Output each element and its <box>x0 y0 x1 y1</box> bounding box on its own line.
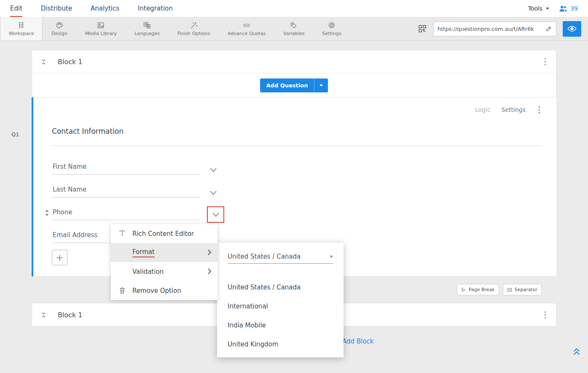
toolbar-item-design[interactable]: Design <box>43 17 76 41</box>
tools-menu-button[interactable]: Tools <box>528 5 550 12</box>
field-options-chevron-icon[interactable] <box>211 211 220 218</box>
add-question-dropdown-button[interactable] <box>314 78 328 92</box>
chevron-right-icon <box>207 249 212 256</box>
workspace-label: Workspace <box>8 31 34 36</box>
collaborators-button[interactable]: 39 <box>558 5 578 12</box>
tag-icon <box>290 21 298 30</box>
format-option-united-kingdom[interactable]: United Kingdom <box>217 335 344 354</box>
settings-link[interactable]: Settings <box>502 106 526 113</box>
qr-code-icon[interactable] <box>418 24 427 33</box>
toolbar-label: Settings <box>322 31 341 36</box>
toolbar-item-media-library[interactable]: Media Library <box>76 17 126 41</box>
separator-button[interactable]: Separator <box>503 284 542 295</box>
collapse-block-icon[interactable] <box>40 311 47 319</box>
toolbar-item-languages[interactable]: Languages <box>126 17 169 41</box>
block-menu-kebab-icon[interactable] <box>542 56 548 68</box>
menu-item-format[interactable]: Format <box>111 243 217 262</box>
field-row-last-name[interactable]: Last Name <box>52 180 199 197</box>
toolbar-label: Media Library <box>85 31 117 36</box>
toolbar-right <box>418 17 588 41</box>
format-option-international[interactable]: International <box>217 297 344 316</box>
top-nav: Edit Distribute Analytics Integration To… <box>0 0 588 17</box>
field-label: First Name <box>53 163 87 170</box>
preview-button[interactable] <box>563 21 581 37</box>
chevron-down-icon <box>546 8 549 10</box>
toolbar-label: Design <box>51 31 67 36</box>
field-label: Phone <box>53 208 72 216</box>
block-menu-kebab-icon[interactable] <box>542 309 548 321</box>
drag-handle-icon[interactable] <box>44 209 50 216</box>
toolbar-label: Variables <box>283 31 304 36</box>
toolbar-item-advance-quotas[interactable]: Advance Quotas <box>219 17 274 41</box>
workspace-icon <box>17 21 26 30</box>
add-question-row: Add Question <box>32 73 556 97</box>
toolbar-item-finish-options[interactable]: Finish Options <box>169 17 219 41</box>
collapse-block-icon[interactable] <box>40 58 47 65</box>
menu-item-rich-content-editor[interactable]: Rich Content Editor <box>111 224 217 243</box>
format-option-india-mobile[interactable]: India Mobile <box>217 316 344 335</box>
menu-item-label: Format <box>132 248 155 257</box>
toolbar-label: Advance Quotas <box>228 31 266 36</box>
menu-item-validation[interactable]: Validation <box>111 262 217 281</box>
add-block-link[interactable]: Add Block <box>342 338 373 345</box>
tab-edit[interactable]: Edit <box>10 0 22 17</box>
wand-icon <box>190 21 198 30</box>
tools-label: Tools <box>528 5 543 12</box>
image-icon <box>97 21 105 30</box>
topnav-right: Tools 39 <box>528 5 578 12</box>
tab-analytics[interactable]: Analytics <box>91 0 119 17</box>
question-controls: Logic Settings <box>52 103 542 116</box>
format-selected-value: United States / Canada <box>228 253 301 260</box>
chevron-down-icon <box>330 256 333 258</box>
chevron-down-icon <box>320 84 323 86</box>
editor-toolbar: Workspace Design Media Library <box>0 17 588 41</box>
page-break-icon <box>461 287 466 292</box>
question-menu-kebab-icon[interactable] <box>537 104 542 116</box>
chain-link-icon <box>242 21 251 30</box>
pencil-icon[interactable] <box>545 25 552 32</box>
toolbar-label: Languages <box>134 31 160 36</box>
eye-icon <box>567 25 577 32</box>
logic-link[interactable]: Logic <box>475 106 491 113</box>
format-submenu-panel: United States / Canada United States / C… <box>217 243 344 357</box>
toolbar-item-settings[interactable]: Settings <box>314 17 350 41</box>
menu-item-label: Validation <box>132 268 164 276</box>
menu-item-label: Remove Option <box>132 287 181 295</box>
field-options-chevron-icon[interactable] <box>209 189 218 196</box>
scroll-to-top-icon[interactable] <box>572 347 582 356</box>
separator-icon <box>507 287 512 292</box>
add-field-button[interactable]: + <box>52 250 67 265</box>
block-title: Block 1 <box>58 311 83 319</box>
toolbar-label: Finish Options <box>177 31 210 36</box>
tab-distribute[interactable]: Distribute <box>41 0 72 17</box>
collaborators-count: 39 <box>570 5 578 12</box>
chevron-right-icon <box>207 268 212 275</box>
translate-icon <box>143 21 151 30</box>
survey-url-box <box>433 22 556 36</box>
toolbar-item-variables[interactable]: Variables <box>274 17 313 41</box>
format-options-list: United States / Canada International Ind… <box>217 278 344 354</box>
question-title[interactable]: Contact Information <box>52 127 542 146</box>
page-break-button[interactable]: Page Break <box>457 284 499 295</box>
gear-icon <box>328 21 336 30</box>
field-label: Last Name <box>53 186 86 193</box>
tab-integration[interactable]: Integration <box>138 0 173 17</box>
field-options-context-menu: Rich Content Editor Format Validation Re… <box>111 224 217 300</box>
question-number-label: Q1 <box>11 131 19 138</box>
menu-item-remove-option[interactable]: Remove Option <box>111 281 217 300</box>
field-label: Email Address <box>53 231 97 239</box>
annotation-highlight-box <box>207 206 224 223</box>
page-break-label: Page Break <box>469 287 495 292</box>
people-icon <box>558 5 568 12</box>
field-options-chevron-icon[interactable] <box>209 167 218 173</box>
format-option-us-canada[interactable]: United States / Canada <box>217 278 344 297</box>
format-select[interactable]: United States / Canada <box>228 253 333 264</box>
survey-url-input[interactable] <box>438 26 545 32</box>
add-question-button[interactable]: Add Question <box>260 78 314 92</box>
add-question-split-button: Add Question <box>260 78 328 92</box>
field-row-phone[interactable]: Phone <box>52 203 199 220</box>
field-row-first-name[interactable]: First Name <box>52 157 199 175</box>
text-format-icon <box>118 229 126 238</box>
workspace-button[interactable]: Workspace <box>0 17 43 41</box>
menu-item-label: Rich Content Editor <box>132 230 194 238</box>
